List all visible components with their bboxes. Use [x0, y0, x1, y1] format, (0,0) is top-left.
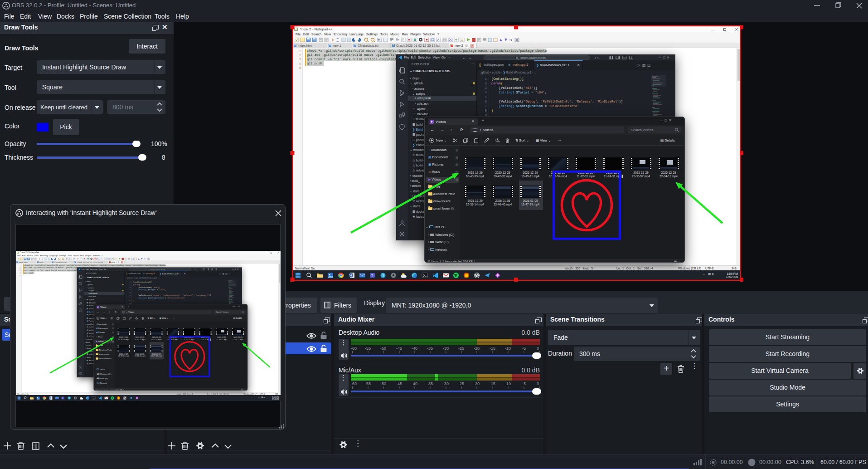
svg-text:-60: -60 [351, 346, 357, 351]
svg-text:-30: -30 [443, 381, 449, 386]
svg-text:-30: -30 [443, 346, 449, 351]
svg-text:-5: -5 [522, 346, 526, 351]
svg-text:-35: -35 [427, 346, 433, 351]
svg-text:-15: -15 [490, 381, 495, 386]
svg-text:-5: -5 [522, 381, 526, 386]
svg-text:-45: -45 [396, 381, 402, 386]
svg-text:-20: -20 [474, 346, 480, 351]
svg-text:-50: -50 [380, 381, 386, 386]
svg-text:-55: -55 [365, 381, 371, 386]
svg-text:-10: -10 [505, 346, 511, 351]
svg-text:-50: -50 [380, 346, 386, 351]
svg-text:-40: -40 [412, 346, 417, 351]
svg-text:-25: -25 [458, 381, 464, 386]
svg-text:-35: -35 [427, 381, 433, 386]
svg-text:-20: -20 [474, 381, 480, 386]
svg-text:-25: -25 [458, 346, 464, 351]
svg-text:-45: -45 [396, 346, 402, 351]
svg-text:-60: -60 [351, 381, 357, 386]
svg-text:-10: -10 [505, 381, 511, 386]
svg-text:0: 0 [537, 346, 539, 351]
svg-text:0: 0 [537, 381, 539, 386]
svg-text:-15: -15 [490, 346, 495, 351]
svg-text:-55: -55 [365, 346, 371, 351]
svg-text:-40: -40 [412, 381, 417, 386]
